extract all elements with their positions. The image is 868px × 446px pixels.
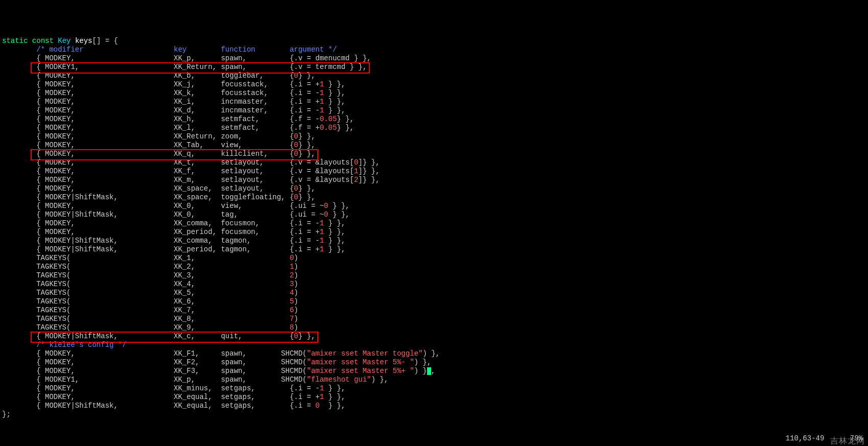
code-text: { MODKEY, XK_Tab, view, {	[2, 141, 294, 149]
code-text: { MODKEY, XK_l, setmfact, {.f = +	[2, 124, 320, 132]
code-text: TAGKEYS( XK_7,	[2, 306, 290, 314]
code-text: { MODKEY1, XK_Return, spawn, {.v = termc…	[2, 63, 367, 71]
code-text: ]} },	[358, 167, 380, 175]
code-text: TAGKEYS( XK_9,	[2, 323, 290, 332]
code-text: ) },	[371, 375, 389, 384]
code-text: } },	[298, 141, 316, 149]
number-literal: 1	[320, 80, 324, 88]
number-literal: 0	[294, 132, 298, 140]
number-literal: 0	[294, 141, 298, 149]
code-text: )	[294, 297, 298, 306]
code-text: { MODKEY, XK_Return, zoom, {	[2, 132, 294, 140]
code-text: { MODKEY, XK_F2, spawn, SHCMD(	[2, 358, 307, 366]
highlighted-row: { MODKEY|ShiftMask, XK_c, quit, {0} },	[2, 332, 315, 341]
code-text: { MODKEY1, XK_p, spawn, SHCMD(	[2, 375, 307, 384]
number-literal: 1	[320, 219, 324, 227]
code-text: ]} },	[358, 158, 380, 167]
code-text: )	[294, 271, 298, 279]
type-name: Key	[58, 37, 71, 45]
number-literal: 1	[320, 384, 324, 392]
code-text: { MODKEY, XK_k, focusstack, {.i = -	[2, 89, 320, 97]
number-literal: 0	[294, 150, 298, 158]
code-text: )	[294, 323, 298, 332]
code-text: } },	[337, 115, 354, 123]
code-text: } },	[329, 202, 350, 210]
code-text: { MODKEY|ShiftMask, XK_period, tagmon, {…	[2, 245, 320, 253]
string-literal: "amixer sset Master 5%- "	[307, 358, 414, 366]
number-literal: 1	[320, 393, 324, 401]
code-text: )	[294, 254, 298, 262]
code-text: { MODKEY, XK_q, killclient, {	[2, 150, 294, 158]
code-text: } },	[324, 384, 345, 392]
code-text: } },	[337, 124, 354, 132]
number-literal: 0.05	[320, 124, 337, 132]
code-text: { MODKEY, XK_t, setlayout, {.v = &layout…	[2, 158, 354, 167]
header-suffix: [] = {	[92, 37, 118, 45]
comment-line: /* klelee's config */	[2, 341, 127, 349]
watermark-text: 吉林龙网	[830, 436, 865, 445]
code-text: )	[294, 306, 298, 314]
code-text: } },	[298, 193, 316, 201]
number-literal: 1	[320, 89, 324, 97]
code-text: { MODKEY, XK_i, incnmaster, {.i = +	[2, 98, 320, 106]
string-literal: "amixer sset Master toggle"	[307, 349, 423, 358]
code-text: { MODKEY|ShiftMask, XK_space, togglefloa…	[2, 193, 294, 201]
number-literal: 1	[320, 245, 324, 253]
code-text: )	[294, 315, 298, 323]
code-text: TAGKEYS( XK_8,	[2, 315, 290, 323]
closing-brace: };	[2, 410, 11, 418]
highlighted-row: { MODKEY1, XK_Return, spawn, {.v = termc…	[2, 63, 367, 72]
code-text: TAGKEYS( XK_6,	[2, 297, 290, 306]
code-text: )	[294, 263, 298, 271]
number-literal: 0.05	[320, 115, 337, 123]
code-text: } },	[298, 184, 316, 193]
code-text: { MODKEY, XK_p, spawn, {.v = dmenucmd } …	[2, 54, 371, 62]
code-text: } },	[320, 402, 345, 410]
code-text: } },	[324, 245, 345, 253]
code-text: { MODKEY, XK_j, focusstack, {.i = +	[2, 80, 320, 88]
code-text: { MODKEY, XK_equal, setgaps, {.i = +	[2, 393, 320, 401]
code-text: ,	[431, 367, 435, 375]
code-text: { MODKEY, XK_minus, setgaps, {.i = -	[2, 384, 320, 392]
code-text: TAGKEYS( XK_4,	[2, 280, 290, 288]
code-text: TAGKEYS( XK_2,	[2, 263, 290, 271]
code-text: ) },	[423, 349, 440, 358]
code-text: )	[294, 289, 298, 297]
number-literal: 0	[294, 193, 298, 201]
number-literal: 1	[320, 228, 324, 236]
code-text: } },	[324, 80, 345, 88]
code-text: ]} },	[358, 176, 380, 184]
number-literal: 0	[324, 202, 328, 210]
code-text: { MODKEY, XK_d, incnmaster, {.i = -	[2, 106, 320, 114]
text-cursor	[427, 367, 431, 375]
string-literal: "flameshot gui"	[307, 375, 371, 384]
code-text: { MODKEY, XK_F1, spawn, SHCMD(	[2, 349, 307, 358]
code-text: } },	[298, 332, 316, 340]
code-text: { MODKEY, XK_space, setlayout, {	[2, 184, 294, 193]
code-text: } },	[324, 219, 345, 227]
number-literal: 0	[294, 184, 298, 193]
code-text: } },	[329, 210, 350, 219]
column-header-comment: /* modifier key function argument */	[2, 45, 337, 54]
code-text: } },	[298, 132, 316, 140]
code-text: } },	[324, 106, 345, 114]
code-text: TAGKEYS( XK_1,	[2, 254, 290, 262]
code-text: } },	[298, 150, 316, 158]
code-text: } },	[324, 393, 345, 401]
code-text: { MODKEY|ShiftMask, XK_equal, setgaps, {…	[2, 402, 315, 410]
code-text: { MODKEY, XK_F3, spawn, SHCMD(	[2, 367, 307, 375]
keyword-const: const	[32, 37, 54, 45]
code-text: { MODKEY, XK_h, setmfact, {.f = -	[2, 115, 320, 123]
var-name: keys	[75, 37, 92, 45]
code-text: } },	[324, 98, 345, 106]
number-literal: 0	[294, 72, 298, 80]
code-text: { MODKEY, XK_period, focusmon, {.i = +	[2, 228, 320, 236]
code-text: { MODKEY, XK_b, togglebar, {	[2, 72, 294, 80]
highlighted-row: { MODKEY, XK_q, killclient, {0} },	[2, 150, 315, 158]
code-text: } },	[324, 228, 345, 236]
code-text: } },	[324, 89, 345, 97]
code-view: static const Key keys[] = { /* modifier …	[2, 37, 866, 419]
code-text: ) }	[414, 367, 427, 375]
code-text: ) },	[414, 358, 432, 366]
number-literal: 0	[324, 210, 328, 219]
